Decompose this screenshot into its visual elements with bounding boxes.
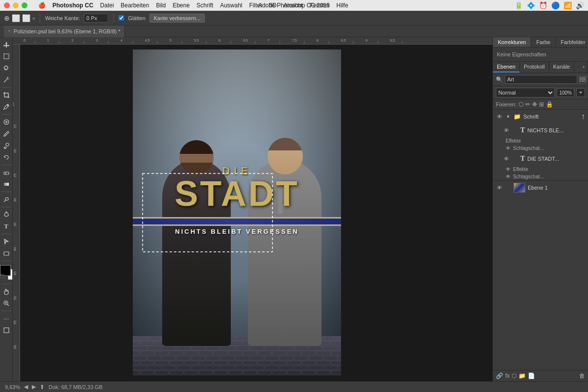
zoom-tool[interactable] xyxy=(1,298,12,309)
svg-line-24 xyxy=(7,304,9,306)
menu-ebene[interactable]: Ebene xyxy=(172,2,190,9)
more-tools-button[interactable]: ··· xyxy=(1,313,12,324)
layers-filter-input[interactable] xyxy=(505,75,577,84)
brush-tool[interactable] xyxy=(1,128,12,139)
ebenen-tab[interactable]: Ebenen xyxy=(493,62,520,73)
glaetten-checkbox[interactable] xyxy=(119,15,124,21)
move-tool[interactable] xyxy=(1,39,12,50)
new-group-button[interactable]: 📁 xyxy=(518,372,526,379)
glaetten-label: Glätten xyxy=(128,15,145,21)
nichts-expand-icon[interactable] xyxy=(512,127,518,133)
lock-pixels-button[interactable]: ⬡ xyxy=(518,101,523,108)
pen-tool[interactable] xyxy=(1,209,12,220)
close-button[interactable] xyxy=(4,2,10,8)
svg-text:6: 6 xyxy=(219,39,220,42)
rectangular-marquee-tool[interactable] xyxy=(1,51,12,62)
schrift-expand-icon[interactable]: ▼ xyxy=(505,114,511,120)
lock-bar: Fixieren: ⬡ ✏ ✥ ⊞ 🔒 xyxy=(493,99,588,110)
nichts-visibility-icon[interactable]: 👁 xyxy=(503,127,510,134)
color-selector[interactable]: ⇄ ⬛ xyxy=(0,265,13,280)
kante-verbessern-button[interactable]: Kante verbessern... xyxy=(149,14,205,23)
menu-auswahl[interactable]: Auswahl xyxy=(220,2,242,9)
nichts-drop-shadow[interactable]: 👁 Schlagschat... xyxy=(503,145,588,152)
menu-bild[interactable]: Bild xyxy=(156,2,166,9)
magic-wand-tool[interactable] xyxy=(1,74,12,85)
lock-artboard-button[interactable]: 🔒 xyxy=(546,101,553,108)
zoom-increase-button[interactable]: ▶ xyxy=(32,384,36,390)
text-tool[interactable]: T xyxy=(1,221,12,232)
eyedropper-tool[interactable] xyxy=(1,101,12,112)
export-icon[interactable]: ⬆ xyxy=(40,384,45,391)
add-style-button[interactable]: fx xyxy=(505,372,510,379)
diestadt-visibility-icon[interactable]: 👁 xyxy=(503,155,510,162)
shape-tool[interactable] xyxy=(1,248,12,259)
document-canvas[interactable]: DIE STADT NICHTS BLEIBT VERGESSEN xyxy=(133,49,341,375)
screen-mode-button[interactable] xyxy=(1,325,12,336)
kanaele-tab[interactable]: Kanäle xyxy=(549,62,574,73)
blend-mode-extra[interactable] xyxy=(576,88,585,97)
minimize-button[interactable] xyxy=(13,2,19,8)
document-tab[interactable]: × Polizisten.psd bei 9,63% (Ebene 1, RGB… xyxy=(4,25,125,37)
clone-stamp-tool[interactable] xyxy=(1,140,12,151)
schrift-layer-group[interactable]: 👁 ▼ 📁 Schrift ↑ xyxy=(493,110,588,123)
add-mask-button[interactable]: ⬡ xyxy=(512,372,516,379)
ebene1-visibility-icon[interactable]: 👁 xyxy=(496,184,503,191)
schrift-visibility-icon[interactable]: 👁 xyxy=(496,113,503,120)
diestadt-effects-visibility-icon[interactable]: 👁 xyxy=(506,167,511,172)
diestadt-layer[interactable]: 👁 T DIE STADT... xyxy=(493,152,588,166)
svg-point-21 xyxy=(6,212,7,213)
zoom-level: 9,63% xyxy=(5,384,20,390)
reset-colors-icon[interactable]: ⬛ xyxy=(0,274,5,279)
tool-divider-6 xyxy=(1,234,11,234)
farbe-tab[interactable]: Farbe xyxy=(531,37,556,47)
nichts-bleibt-layer[interactable]: 👁 T NICHTS BLE... xyxy=(493,123,588,137)
menu-schrift[interactable]: Schrift xyxy=(196,2,213,9)
hand-tool[interactable] xyxy=(1,286,12,297)
menu-bearbeiten[interactable]: Bearbeiten xyxy=(121,2,149,9)
canvas-work-area[interactable]: DIE STADT NICHTS BLEIBT VERGESSEN xyxy=(20,45,492,381)
path-selection-tool[interactable] xyxy=(1,236,12,247)
maximize-button[interactable] xyxy=(22,2,27,8)
menu-datei[interactable]: Datei xyxy=(100,2,114,9)
menu-hilfe[interactable]: Hilfe xyxy=(337,2,348,9)
svg-line-20 xyxy=(4,200,6,202)
weiche-kante-input[interactable] xyxy=(84,14,108,23)
delete-layer-button[interactable]: 🗑 xyxy=(579,372,585,379)
menu-apple[interactable]: 🍎 xyxy=(38,2,46,9)
schlagschat-visibility-icon[interactable]: 👁 xyxy=(506,146,511,151)
diestadt-effects-eye[interactable]: 👁 Effekte xyxy=(503,166,588,173)
lock-paint-button[interactable]: ✏ xyxy=(525,101,530,108)
svg-rect-27 xyxy=(4,328,9,333)
menu-app-name[interactable]: Photoshop CC xyxy=(52,2,93,9)
new-layer-button[interactable]: 📄 xyxy=(528,372,535,379)
lock-all-button[interactable]: ⊞ xyxy=(539,101,544,108)
layers-view-button-1[interactable] xyxy=(579,75,586,84)
diestadt-expand-icon[interactable] xyxy=(512,156,518,162)
diestadt-schlagschat-icon[interactable]: 👁 xyxy=(506,174,511,179)
lasso-tool[interactable] xyxy=(1,63,12,74)
ebene1-layer[interactable]: 👁 Ebene 1 xyxy=(493,181,588,195)
layers-panel-overflow[interactable]: › xyxy=(580,62,588,73)
tool-group-text: T xyxy=(1,221,12,232)
korrekturen-tab[interactable]: Korrekturen xyxy=(493,37,531,47)
diestadt-drop-shadow[interactable]: 👁 Schlagschat... xyxy=(503,173,588,180)
farbfelder-tab[interactable]: Farbfelder xyxy=(556,37,588,47)
lock-position-button[interactable]: ✥ xyxy=(532,101,537,108)
zoom-decrease-button[interactable]: ◀ xyxy=(24,384,28,390)
link-layers-button[interactable]: 🔗 xyxy=(496,372,503,379)
healing-brush-tool[interactable] xyxy=(1,117,12,127)
gradient-tool[interactable] xyxy=(1,179,12,190)
blend-mode-select[interactable]: Normal Multiplizieren Bildschirm xyxy=(496,88,555,98)
dodge-tool[interactable] xyxy=(1,194,12,205)
crop-tool[interactable] xyxy=(1,90,12,100)
eraser-tool[interactable] xyxy=(1,167,12,178)
tool-group-gradient xyxy=(1,179,12,190)
svg-text:2: 2 xyxy=(72,39,74,42)
blend-mode-bar: Normal Multiplizieren Bildschirm 100% xyxy=(493,86,588,99)
tab-close-button[interactable]: × xyxy=(8,28,11,34)
svg-rect-22 xyxy=(4,252,9,255)
no-properties-label: Keine Eigenschaften xyxy=(497,51,546,57)
layer-opacity-btn[interactable]: 100% xyxy=(557,88,574,97)
history-brush-tool[interactable] xyxy=(1,152,12,163)
protokoll-tab[interactable]: Protokoll xyxy=(520,62,549,73)
